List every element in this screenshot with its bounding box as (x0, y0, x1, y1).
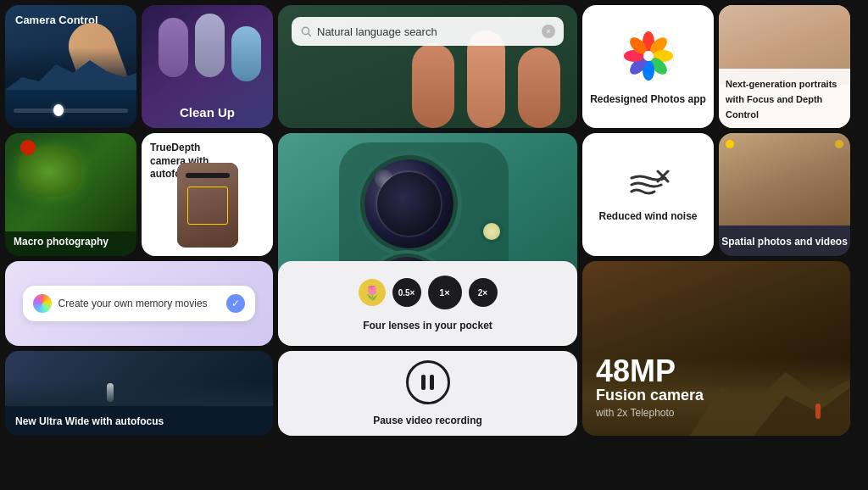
person-1 (159, 18, 188, 77)
search-clear-btn[interactable]: × (542, 25, 555, 38)
wind-noise-card: Reduced wind noise (582, 133, 714, 256)
slider-track (14, 109, 128, 113)
macro-title: Macro photography (14, 236, 108, 248)
48mp-title: 48MP (596, 356, 704, 387)
svg-point-11 (643, 51, 654, 61)
focus-rect (187, 187, 228, 225)
search-card: Natural language search × (278, 5, 577, 128)
ultrawide-bg (5, 351, 273, 406)
people-group (159, 18, 261, 81)
ultrawide-title: New Ultra Wide with autofocus (15, 415, 164, 427)
1x-btn[interactable]: 1× (428, 276, 462, 309)
flash-dot (483, 223, 500, 240)
pause-icon (421, 375, 434, 390)
pause-bar-right (430, 375, 434, 390)
photos-icon (621, 29, 676, 86)
photos-app-card: Redesigned Photos app (582, 5, 714, 128)
clean-up-title: Clean Up (180, 105, 235, 120)
rocks (689, 340, 850, 436)
svg-point-0 (302, 27, 309, 34)
wind-icon-wrapper (627, 168, 670, 202)
pause-video-card: Pause video recording (278, 351, 577, 436)
spatial-bg (719, 133, 850, 226)
telephoto-subtitle: with 2x Telephoto (596, 407, 704, 419)
spatial-card: Spatial photos and videos (719, 133, 850, 256)
clean-up-card: Clean Up (142, 5, 273, 128)
search-bar[interactable]: Natural language search × (292, 17, 564, 46)
camera-control-card: Camera Control (5, 5, 136, 128)
portraits-label: Next-generation portraits with Focus and… (726, 79, 837, 120)
phone-notch (186, 173, 230, 178)
pause-btn[interactable] (406, 360, 450, 404)
48mp-card: 48MP Fusion camera with 2x Telephoto (582, 261, 850, 436)
vr-indicator (726, 140, 734, 148)
portraits-card: Next-generation portraits with Focus and… (719, 5, 850, 128)
portraits-overlay: Next-generation portraits with Focus and… (719, 69, 850, 128)
photos-app-label: Redesigned Photos app (583, 93, 713, 105)
main-lens (364, 159, 453, 248)
person-2 (195, 14, 225, 77)
spatial-title: Spatial photos and videos (719, 236, 850, 248)
four-lenses-card: 🌷 0.5× 1× 2× Four lenses in your pocket (278, 261, 577, 346)
fusion-subtitle: Fusion camera (596, 387, 704, 405)
pause-video-label: Pause video recording (373, 415, 482, 426)
search-person-1 (412, 43, 454, 128)
macro-bg (5, 133, 136, 231)
truedepth-card: TrueDepth camera with autofocus (142, 133, 273, 256)
search-icon (300, 25, 312, 37)
lens-buttons: 🌷 0.5× 1× 2× (359, 276, 498, 309)
phone-screen (177, 163, 238, 248)
05x-btn[interactable]: 0.5× (392, 278, 421, 307)
search-input-text: Natural language search (317, 25, 437, 38)
four-lenses-label: Four lenses in your pocket (363, 320, 492, 331)
pause-bar-left (421, 375, 426, 390)
svg-line-1 (309, 34, 311, 36)
wind-noise-label: Reduced wind noise (592, 210, 704, 222)
vr-indicator-2 (835, 140, 843, 148)
terrain-gradient (5, 381, 273, 406)
person-red (815, 404, 821, 419)
wind-icon (627, 168, 670, 202)
ultrawide-card: New Ultra Wide with autofocus (5, 351, 273, 436)
2x-btn[interactable]: 2× (469, 278, 498, 307)
memory-check-btn[interactable]: ✓ (226, 294, 245, 313)
mountain-silhouette (5, 56, 136, 90)
phone-preview (177, 163, 238, 248)
memory-input-bar[interactable]: Create your own memory movies ✓ (23, 286, 256, 321)
person-3 (231, 26, 261, 81)
lens-inner (377, 172, 441, 236)
frog-eye (20, 140, 36, 155)
flower-btn[interactable]: 🌷 (359, 279, 386, 306)
macro-card: Macro photography (5, 133, 136, 256)
48mp-content: 48MP Fusion camera with 2x Telephoto (596, 356, 704, 419)
siri-icon (33, 294, 52, 313)
memory-text: Create your own memory movies (58, 298, 220, 309)
memory-card: Create your own memory movies ✓ (5, 261, 273, 346)
search-person-3 (518, 47, 560, 128)
